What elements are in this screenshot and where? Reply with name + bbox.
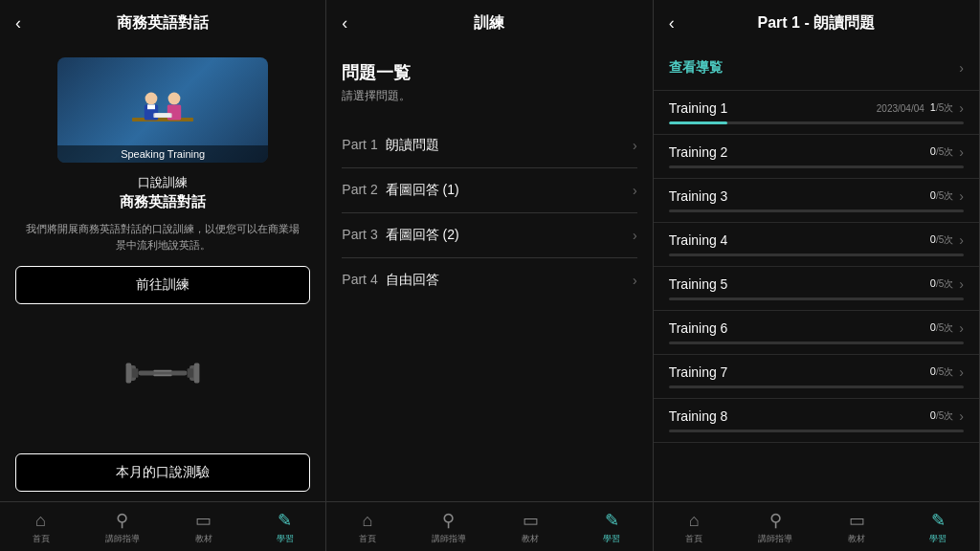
- training-count-2: 0/5次: [930, 145, 953, 159]
- training-chevron-icon-8: ›: [959, 408, 964, 424]
- training-row-5[interactable]: Training 50/5次›: [654, 267, 979, 311]
- trainings-list: Training 12023/04/041/5次›Training 20/5次›…: [654, 91, 979, 443]
- panel2-nav-home[interactable]: ⌂ 首頁: [326, 511, 408, 545]
- guide-row[interactable]: 查看導覧 ›: [654, 46, 979, 91]
- svg-rect-16: [154, 375, 172, 377]
- training-name-6: Training 6: [669, 320, 728, 336]
- training-row-4[interactable]: Training 40/5次›: [654, 223, 979, 267]
- panel3-back-button[interactable]: ‹: [669, 13, 675, 33]
- part-item-2[interactable]: Part 2看圖回答 (1)›: [342, 168, 636, 213]
- progress-bar-bg-8: [669, 430, 964, 432]
- training-name-5: Training 5: [669, 276, 728, 292]
- panel3-nav-study[interactable]: ✎ 學習: [898, 510, 979, 545]
- svg-rect-3: [147, 104, 155, 109]
- panel-training-list: ‹ Part 1 - 朗讀問題 查看導覧 › Training 12023/04…: [654, 0, 980, 551]
- training-count-5: 0/5次: [930, 277, 953, 291]
- goto-training-button[interactable]: 前往訓練: [15, 266, 310, 304]
- training-row-8[interactable]: Training 80/5次›: [654, 399, 979, 443]
- nav-home[interactable]: ⌂ 首頁: [0, 511, 81, 545]
- training-count-4: 0/5次: [930, 233, 953, 247]
- part-label-2: Part 2看圖回答 (1): [342, 182, 458, 199]
- training-chevron-icon-1: ›: [959, 100, 964, 116]
- training-name-7: Training 7: [669, 364, 728, 380]
- book-icon-3: ▭: [849, 510, 865, 531]
- search-icon-3: ⚲: [769, 510, 782, 531]
- panel3-nav-instructor-label: 講師指導: [758, 533, 792, 545]
- training-name-3: Training 3: [669, 188, 728, 204]
- nav-materials[interactable]: ▭ 教材: [163, 510, 244, 545]
- panel3-bottom-nav: ⌂ 首頁 ⚲ 講師指導 ▭ 教材 ✎ 學習: [654, 501, 979, 551]
- home-icon-2: ⌂: [362, 511, 372, 531]
- panel3-nav-instructor[interactable]: ⚲ 講師指導: [735, 510, 816, 545]
- guide-label: 查看導覧: [669, 59, 723, 77]
- panel3-title: Part 1 - 朗讀問題: [757, 13, 875, 33]
- pencil-icon-2: ✎: [605, 510, 619, 531]
- training-row-6[interactable]: Training 60/5次›: [654, 311, 979, 355]
- section-subtitle: 請選擇問題。: [342, 88, 636, 104]
- course-image: Speaking Training: [57, 57, 268, 163]
- parts-list: Part 1朗讀問題›Part 2看圖回答 (1)›Part 3看圖回答 (2)…: [342, 123, 636, 302]
- part-label-3: Part 3看圖回答 (2): [342, 227, 458, 244]
- panel-course-detail: ‹ 商務英語對話 Speaking Training 口說訓練 商務英: [0, 0, 326, 551]
- training-chevron-icon-5: ›: [959, 276, 964, 292]
- training-name-2: Training 2: [669, 144, 728, 160]
- svg-rect-7: [155, 113, 170, 117]
- guide-chevron-icon: ›: [959, 60, 964, 76]
- training-name-4: Training 4: [669, 232, 728, 248]
- monthly-test-button[interactable]: 本月的口說測驗: [15, 453, 310, 492]
- part-chevron-icon-3: ›: [633, 228, 637, 243]
- svg-rect-14: [194, 364, 200, 384]
- training-count-8: 0/5次: [930, 409, 953, 423]
- training-name-8: Training 8: [669, 408, 728, 424]
- training-row-7[interactable]: Training 70/5次›: [654, 355, 979, 399]
- nav-instructor[interactable]: ⚲ 講師指導: [81, 510, 163, 545]
- training-row-3[interactable]: Training 30/5次›: [654, 179, 979, 223]
- progress-bar-bg-3: [669, 209, 964, 212]
- course-label: 口說訓練: [138, 174, 188, 191]
- training-row-1[interactable]: Training 12023/04/041/5次›: [654, 91, 979, 135]
- progress-bar-bg-2: [669, 165, 964, 168]
- panel2-nav-instructor[interactable]: ⚲ 講師指導: [408, 510, 489, 545]
- course-illustration: [124, 77, 201, 143]
- panel2-nav-instructor-label: 講師指導: [432, 533, 466, 545]
- panel2-nav-materials[interactable]: ▭ 教材: [489, 510, 570, 545]
- part-item-1[interactable]: Part 1朗讀問題›: [342, 123, 636, 168]
- training-count-3: 0/5次: [930, 189, 953, 203]
- progress-bar-fill-1: [669, 121, 728, 124]
- part-item-4[interactable]: Part 4自由回答›: [342, 258, 636, 302]
- nav-materials-label: 教材: [195, 533, 212, 545]
- part-chevron-icon-1: ›: [633, 138, 637, 153]
- training-count-1: 1/5次: [930, 101, 953, 115]
- panel2-nav-study[interactable]: ✎ 學習: [571, 510, 653, 545]
- panel1-back-button[interactable]: ‹: [15, 13, 21, 33]
- svg-point-1: [145, 93, 158, 105]
- panel-problem-list: ‹ 訓練 問題一覧 請選擇問題。 Part 1朗讀問題›Part 2看圖回答 (…: [326, 0, 653, 551]
- training-date-1: 2023/04/04: [877, 103, 924, 114]
- panel3-nav-home-label: 首頁: [685, 533, 702, 545]
- panel2-title: 訓練: [474, 13, 504, 33]
- panel2-nav-home-label: 首頁: [359, 533, 376, 545]
- svg-rect-0: [132, 118, 193, 121]
- nav-study-label: 學習: [277, 533, 294, 545]
- panel3-header: ‹ Part 1 - 朗讀問題: [654, 0, 979, 46]
- course-description: 我們將開展商務英語對話的口說訓練，以便您可以在商業場景中流利地說英語。: [15, 221, 310, 253]
- training-row-2[interactable]: Training 20/5次›: [654, 135, 979, 179]
- training-chevron-icon-6: ›: [959, 320, 964, 336]
- panel2-back-button[interactable]: ‹: [342, 13, 347, 33]
- dumbbell-icon: [124, 344, 201, 402]
- nav-study[interactable]: ✎ 學習: [244, 510, 325, 545]
- course-name: 商務英語對話: [120, 193, 206, 211]
- panel2-header: ‹ 訓練: [326, 0, 652, 46]
- training-count-7: 0/5次: [930, 365, 953, 379]
- nav-home-label: 首頁: [33, 533, 50, 545]
- panel3-nav-materials[interactable]: ▭ 教材: [816, 510, 898, 545]
- course-image-label: Speaking Training: [57, 145, 268, 163]
- panel3-nav-home[interactable]: ⌂ 首頁: [654, 511, 735, 545]
- training-chevron-icon-7: ›: [959, 364, 964, 380]
- pencil-icon-3: ✎: [931, 510, 946, 531]
- svg-rect-13: [126, 364, 132, 384]
- progress-bar-bg-1: [669, 121, 964, 124]
- svg-rect-12: [188, 368, 193, 378]
- part-item-3[interactable]: Part 3看圖回答 (2)›: [342, 213, 636, 258]
- book-icon: ▭: [195, 510, 212, 531]
